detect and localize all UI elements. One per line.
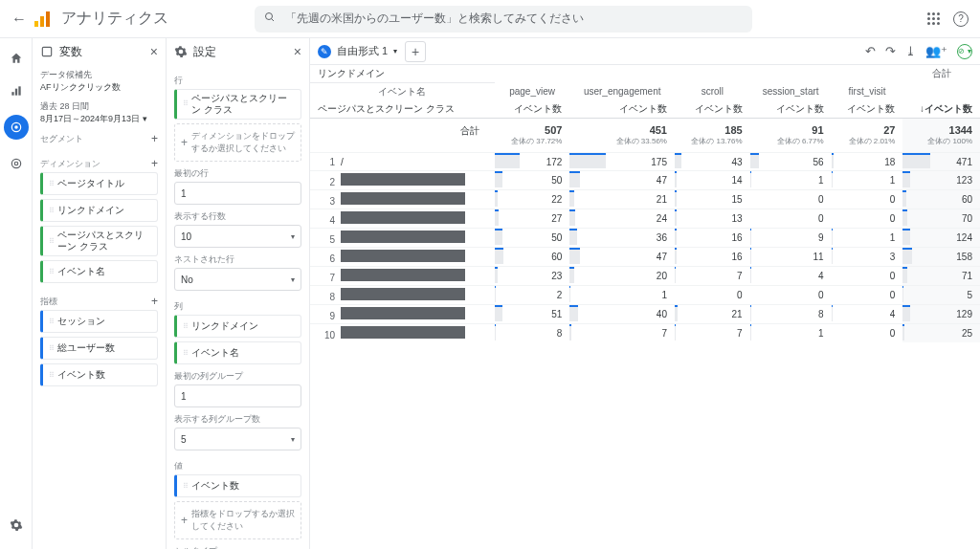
dimension-chip[interactable]: ⠿リンクドメイン — [40, 199, 158, 222]
add-dimension-button[interactable]: + — [151, 157, 158, 170]
variables-title: 変数 — [59, 44, 82, 60]
analytics-logo-icon — [34, 11, 50, 27]
start-row-select[interactable]: 1 — [174, 182, 301, 205]
nav-reports-icon[interactable] — [8, 82, 25, 99]
dimension-chip[interactable]: ⠿イベント名 — [40, 260, 158, 283]
metric-chip[interactable]: ⠿総ユーザー数 — [40, 337, 158, 360]
svg-rect-5 — [11, 92, 13, 96]
variables-panel: 変数 × データ候補先 AFリンククリック数 過去 28 日間 8月17日～20… — [33, 38, 167, 549]
add-tab-button[interactable]: + — [405, 41, 426, 62]
sampling-icon[interactable]: ⊘ ▾ — [957, 44, 972, 59]
row-dimension-dropzone[interactable]: +ディメンションをドロップするか選択してください — [174, 123, 301, 162]
date-range-picker[interactable]: 過去 28 日間 8月17日～2024年9月13日 ▾ — [40, 100, 158, 124]
settings-panel: 設定 × 行 ⠿ページパスとスクリーン クラス +ディメンションをドロップするか… — [167, 38, 310, 549]
settings-title: 設定 — [193, 44, 216, 60]
table-row[interactable]: 1/172175435618471 — [310, 153, 980, 171]
col-dimension-chip[interactable]: ⠿イベント名 — [174, 341, 301, 364]
metric-chip[interactable]: ⠿セッション — [40, 310, 158, 333]
pencil-icon: ✎ — [318, 45, 331, 58]
canvas-area: ✎ 自由形式 1 ▾ + ↶ ↷ ⤓ 👥⁺ ⊘ ▾ リンクドメイン合計 イベント… — [310, 38, 980, 549]
undo-icon[interactable]: ↶ — [865, 44, 876, 58]
dimension-chip[interactable]: ⠿ページタイトル — [40, 172, 158, 195]
show-col-groups-select[interactable]: 5▾ — [174, 428, 301, 450]
svg-rect-7 — [18, 86, 20, 95]
table-row[interactable]: 42724130070 — [310, 209, 980, 229]
close-icon[interactable]: × — [150, 44, 158, 59]
table-row[interactable]: 8210005 — [310, 286, 980, 305]
svg-line-4 — [272, 19, 275, 22]
svg-rect-6 — [14, 89, 16, 96]
svg-point-9 — [14, 125, 18, 129]
download-icon[interactable]: ⤓ — [905, 44, 916, 58]
table-row[interactable]: 7232074071 — [310, 267, 980, 286]
row-dimension-chip[interactable]: ⠿ページパスとスクリーン クラス — [174, 89, 301, 120]
search-icon — [264, 11, 276, 26]
nav-settings-icon[interactable] — [8, 516, 25, 534]
show-rows-select[interactable]: 10▾ — [174, 225, 301, 248]
redo-icon[interactable]: ↷ — [885, 44, 896, 58]
col-dimension-chip[interactable]: ⠿リンクドメイン — [174, 315, 301, 338]
add-segment-button[interactable]: + — [151, 132, 158, 145]
svg-rect-12 — [42, 47, 51, 55]
svg-point-10 — [11, 159, 20, 167]
metric-chip[interactable]: ⠿イベント数 — [40, 363, 158, 386]
table-row[interactable]: 951402184129 — [310, 305, 980, 324]
value-metric-dropzone[interactable]: +指標をドロップするか選択してください — [174, 501, 301, 539]
share-icon[interactable]: 👥⁺ — [925, 44, 947, 58]
nested-rows-select[interactable]: No▾ — [174, 268, 301, 291]
add-metric-button[interactable]: + — [151, 295, 158, 308]
explore-table: リンクドメイン合計 イベント名 page_view user_engagemen… — [310, 65, 980, 342]
table-row[interactable]: 108771025 — [310, 324, 980, 343]
nav-advertising-icon[interactable] — [8, 155, 25, 172]
close-icon[interactable]: × — [294, 44, 301, 59]
tab-freeform-1[interactable]: ✎ 自由形式 1 ▾ — [318, 44, 397, 58]
svg-point-11 — [14, 162, 18, 165]
svg-rect-2 — [46, 11, 50, 27]
table-row[interactable]: 250471411123 — [310, 171, 980, 190]
value-metric-chip[interactable]: ⠿イベント数 — [174, 474, 301, 497]
nav-home-icon[interactable] — [8, 50, 25, 67]
svg-rect-0 — [34, 21, 38, 27]
table-row[interactable]: 550361691124 — [310, 229, 980, 248]
svg-rect-1 — [40, 16, 44, 27]
search-input[interactable]: 「先週の米国からのユーザー数」と検索してみてください — [255, 6, 752, 33]
help-icon[interactable]: ? — [953, 11, 969, 27]
start-col-group-select[interactable]: 1 — [174, 384, 301, 407]
back-arrow-icon[interactable]: ← — [11, 11, 27, 28]
table-row[interactable]: 32221150060 — [310, 190, 980, 209]
app-header: ← アナリティクス 「先週の米国からのユーザー数」と検索してみてください ? — [0, 0, 980, 38]
apps-grid-icon[interactable] — [927, 12, 940, 25]
nav-rail — [0, 38, 33, 549]
nav-explore-icon[interactable] — [4, 115, 29, 140]
dimension-chip[interactable]: ⠿ページパスとスクリーン クラス — [40, 226, 158, 256]
app-title: アナリティクス — [61, 9, 168, 29]
svg-point-3 — [266, 13, 273, 20]
table-row[interactable]: 6604716113158 — [310, 248, 980, 267]
